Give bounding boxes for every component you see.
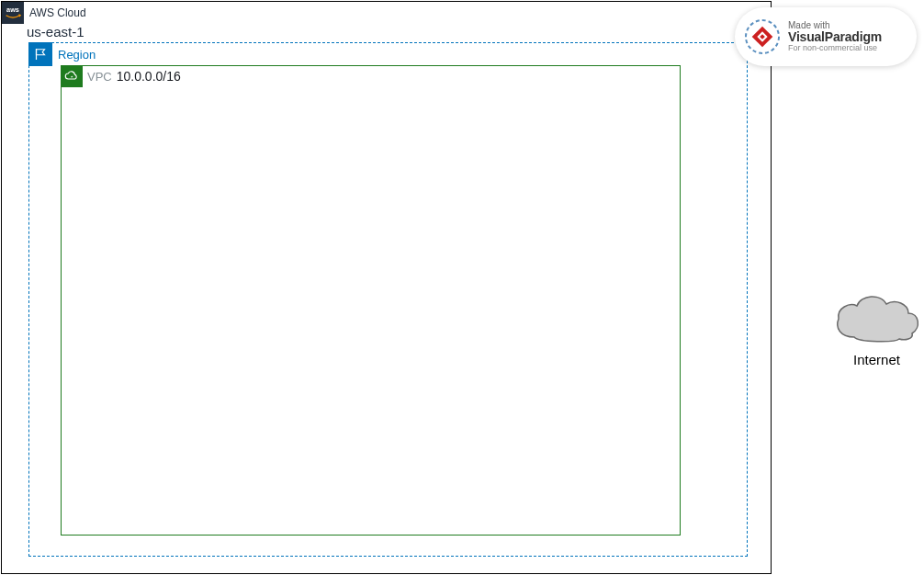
svg-text:aws: aws [6,6,19,14]
diagram-canvas: aws AWS Cloud us-east-1 Region [1,1,772,574]
visual-paradigm-logo-icon [744,18,781,55]
vpc-container: VPC 10.0.0.0/16 [61,65,681,536]
region-label: Region [52,48,101,62]
region-badge: Region [28,42,101,66]
vpc-label: VPC [83,70,117,84]
region-container: Region VPC 10.0.0.0/16 [28,42,748,557]
visual-paradigm-watermark: Made with VisualParadigm For non-commerc… [735,7,917,66]
vpc-cidr: 10.0.0.0/16 [117,69,185,84]
region-flag-icon [28,42,52,66]
cloud-icon [831,291,923,344]
aws-cloud-region-name: us-east-1 [27,24,88,39]
watermark-brand: VisualParadigm [788,30,882,44]
watermark-noncommercial: For non-commercial use [788,44,882,53]
internet-node: Internet [829,291,924,367]
vpc-badge: VPC 10.0.0.0/16 [61,65,185,87]
watermark-text: Made with VisualParadigm For non-commerc… [788,20,882,53]
vpc-cloud-icon [61,65,83,87]
aws-cloud-badge: aws AWS Cloud [2,2,92,24]
aws-cloud-label: AWS Cloud [24,6,92,19]
aws-logo-icon: aws [2,2,24,24]
internet-label: Internet [829,352,924,367]
